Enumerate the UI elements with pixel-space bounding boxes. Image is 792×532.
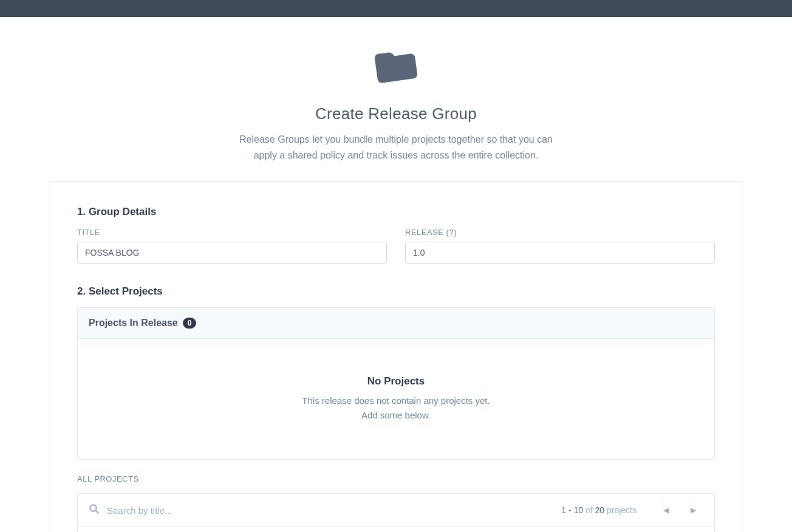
search-icon bbox=[89, 503, 100, 517]
pagination-total: 20 bbox=[595, 505, 605, 515]
svg-line-1 bbox=[95, 510, 98, 513]
release-label: RELEASE (?) bbox=[405, 228, 715, 237]
chevron-left-icon: ◀ bbox=[663, 506, 669, 514]
chevron-right-icon: ▶ bbox=[691, 506, 696, 514]
pagination-prev-button[interactable]: ◀ bbox=[656, 503, 676, 517]
search-row: 1 - 10 of 20 projects ◀ ▶ bbox=[78, 494, 714, 527]
release-input[interactable] bbox=[405, 242, 715, 264]
search-input[interactable] bbox=[107, 505, 554, 516]
projects-table-header: TITLE ▲ STATS LAST UPDATED bbox=[78, 527, 714, 532]
folder-icon bbox=[372, 47, 420, 87]
projects-empty-state: No Projects This release does not contai… bbox=[78, 339, 714, 459]
all-projects-label: ALL PROJECTS bbox=[77, 474, 715, 483]
top-nav-bar bbox=[0, 0, 792, 17]
section-group-details-heading: 1. Group Details bbox=[77, 206, 715, 218]
projects-in-release-header: Projects In Release 0 bbox=[78, 308, 714, 339]
pagination-next-button[interactable]: ▶ bbox=[683, 503, 703, 517]
pagination-text: 1 - 10 of 20 projects bbox=[561, 505, 637, 515]
title-label: TITLE bbox=[77, 228, 387, 237]
projects-in-release-label: Projects In Release bbox=[89, 318, 178, 329]
section-select-projects-heading: 2. Select Projects bbox=[77, 285, 715, 298]
main-card: 1. Group Details TITLE RELEASE (?) 2. Se… bbox=[50, 181, 742, 532]
projects-count-badge: 0 bbox=[183, 318, 197, 329]
empty-title: No Projects bbox=[90, 375, 702, 387]
page-header: Create Release Group Release Groups let … bbox=[0, 17, 792, 181]
pagination-range: 1 - 10 bbox=[561, 505, 583, 515]
projects-in-release-box: Projects In Release 0 No Projects This r… bbox=[77, 307, 715, 460]
group-details-form-row: TITLE RELEASE (?) bbox=[77, 228, 715, 264]
all-projects-box: 1 - 10 of 20 projects ◀ ▶ TITLE ▲ STATS … bbox=[77, 493, 715, 532]
page-title: Create Release Group bbox=[12, 104, 780, 123]
title-input[interactable] bbox=[77, 242, 387, 264]
empty-text: This release does not contain any projec… bbox=[299, 394, 493, 423]
page-subtitle: Release Groups let you bundle multiple p… bbox=[232, 132, 560, 163]
